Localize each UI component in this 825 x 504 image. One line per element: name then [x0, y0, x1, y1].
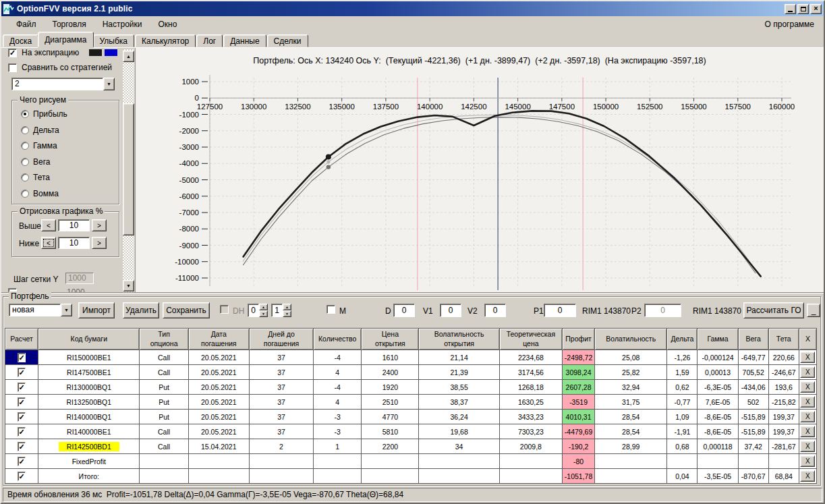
calc-go-button[interactable]: Рассчитать ГО	[743, 302, 804, 318]
m-checkbox[interactable]	[326, 305, 335, 314]
draw-option-4[interactable]: Тета	[21, 173, 50, 182]
calc-checkbox[interactable]	[18, 383, 25, 392]
radio-icon[interactable]	[21, 173, 29, 181]
calc-checkbox-cell[interactable]	[5, 424, 38, 439]
column-header-4[interactable]: Дней до погашения	[249, 329, 313, 350]
calc-checkbox-cell[interactable]	[5, 350, 38, 365]
delete-button[interactable]: Удалить	[123, 302, 159, 318]
calc-checkbox-cell[interactable]	[5, 410, 38, 424]
menu-item-0[interactable]: Файл	[8, 18, 45, 31]
column-header-10[interactable]: Волатильность	[595, 329, 667, 350]
column-header-5[interactable]: Количество	[314, 329, 362, 350]
column-header-7[interactable]: Волатильность открытия	[419, 329, 499, 350]
v2-input[interactable]	[484, 304, 506, 317]
tab-5[interactable]: Данные	[223, 34, 266, 47]
calc-checkbox[interactable]	[18, 397, 25, 407]
calc-checkbox-cell[interactable]	[5, 454, 38, 469]
above-value[interactable]: 10	[58, 219, 90, 231]
above-increment-button[interactable]: >	[92, 219, 107, 231]
column-header-2[interactable]: Тип опциона	[140, 329, 188, 350]
draw-option-0[interactable]: Прибыль	[21, 109, 67, 119]
spin2-down-icon[interactable]: ▼	[283, 310, 291, 317]
column-header-13[interactable]: Вега	[738, 329, 768, 350]
radio-icon[interactable]	[21, 126, 29, 134]
menu-item-2[interactable]: Настройки	[94, 18, 150, 31]
column-header-0[interactable]: Расчет	[5, 329, 38, 350]
column-header-3[interactable]: Дата погашения	[188, 329, 249, 350]
delete-row-button[interactable]: X	[800, 381, 815, 393]
calc-checkbox[interactable]	[18, 412, 25, 422]
calc-checkbox[interactable]	[18, 353, 25, 362]
calc-checkbox-cell[interactable]	[5, 365, 38, 380]
radio-icon[interactable]	[21, 142, 29, 150]
column-header-9[interactable]: Профит	[563, 329, 595, 350]
maximize-button[interactable]	[797, 4, 809, 14]
calc-checkbox-cell[interactable]	[5, 395, 38, 410]
tab-1[interactable]: Диаграмма	[38, 32, 93, 47]
import-button[interactable]: Импорт	[78, 302, 115, 318]
column-header-11[interactable]: Дельта	[667, 329, 698, 350]
column-header-15[interactable]: X	[799, 329, 816, 350]
column-header-8[interactable]: Теоретическая цена	[499, 329, 562, 350]
dh-spinner-1[interactable]: 0 ▲▼	[248, 304, 268, 317]
v1-input[interactable]	[440, 304, 461, 317]
save-button[interactable]: Сохранить	[163, 302, 210, 318]
calc-checkbox-cell[interactable]	[5, 469, 38, 484]
scroll-up-button[interactable]: ▲	[123, 51, 134, 62]
delete-row-button[interactable]: X	[800, 366, 815, 378]
draw-option-5[interactable]: Вомма	[21, 189, 59, 198]
sidebar-scrollbar[interactable]: ▲ ▼	[123, 49, 134, 292]
calc-checkbox[interactable]	[18, 427, 25, 437]
delete-row-button[interactable]: X	[800, 411, 815, 422]
delete-row-button[interactable]: X	[800, 352, 815, 363]
dh-spinner-2[interactable]: 1 ▲▼	[271, 304, 291, 317]
spin2-up-icon[interactable]: ▲	[283, 304, 291, 310]
tab-6[interactable]: Сделки	[267, 34, 308, 47]
p1-input[interactable]	[544, 304, 576, 317]
draw-option-2[interactable]: Гамма	[21, 141, 57, 150]
menu-item-about[interactable]: О программе	[757, 18, 824, 31]
compare-strategy-checkbox[interactable]	[8, 63, 17, 72]
tab-3[interactable]: Калькулятор	[135, 34, 196, 47]
column-header-1[interactable]: Код бумаги	[38, 329, 140, 350]
d-input[interactable]	[393, 304, 415, 317]
menu-item-3[interactable]: Окно	[150, 18, 186, 31]
dh-checkbox[interactable]	[220, 305, 229, 314]
delete-row-button[interactable]: X	[800, 396, 815, 408]
below-decrement-button[interactable]: <	[41, 237, 56, 249]
column-header-12[interactable]: Гамма	[698, 329, 738, 350]
column-header-14[interactable]: Тета	[768, 329, 799, 350]
calc-checkbox[interactable]	[18, 368, 25, 377]
scrollbar-thumb[interactable]	[123, 103, 134, 235]
delete-row-button[interactable]: X	[800, 455, 815, 467]
tab-2[interactable]: Улыбка	[93, 34, 135, 47]
calc-checkbox-cell[interactable]	[5, 380, 38, 395]
collapse-panel-button[interactable]: _	[807, 304, 820, 317]
delete-row-button[interactable]: X	[800, 470, 815, 482]
calc-checkbox[interactable]	[18, 457, 25, 466]
above-decrement-button[interactable]: <	[41, 219, 56, 231]
radio-icon[interactable]	[21, 190, 29, 198]
tab-4[interactable]: Лог	[196, 34, 223, 47]
strategy-select[interactable]: 2 ▼	[11, 78, 115, 90]
below-increment-button[interactable]: >	[92, 237, 107, 249]
delete-row-button[interactable]: X	[800, 426, 815, 437]
expiration-checkbox[interactable]	[8, 49, 17, 57]
strategy-select-arrow[interactable]: ▼	[103, 78, 115, 90]
draw-option-1[interactable]: Дельта	[21, 125, 59, 135]
minimize-button[interactable]	[785, 4, 796, 14]
scroll-down-button[interactable]: ▼	[123, 280, 134, 291]
preset-select-arrow[interactable]: ▼	[61, 304, 72, 316]
radio-icon[interactable]	[21, 110, 29, 118]
draw-option-3[interactable]: Вега	[21, 157, 50, 167]
profit-chart[interactable]: 10000-1000-2000-3000-4000-5000-6000-7000…	[136, 69, 824, 292]
tab-0[interactable]: Доска	[3, 34, 38, 47]
spin1-up-icon[interactable]: ▲	[259, 304, 268, 310]
spin1-down-icon[interactable]: ▼	[259, 310, 268, 317]
delete-row-button[interactable]: X	[800, 441, 815, 452]
close-button[interactable]: ×	[810, 4, 822, 14]
column-header-6[interactable]: Цена открытия	[362, 329, 419, 350]
below-value[interactable]: 10	[58, 237, 90, 249]
radio-icon[interactable]	[21, 158, 29, 166]
calc-checkbox[interactable]	[18, 442, 25, 451]
